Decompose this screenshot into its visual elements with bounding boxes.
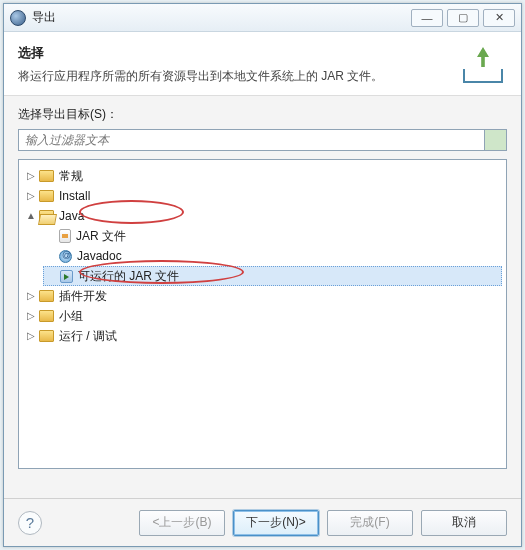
cancel-button[interactable]: 取消 (421, 510, 507, 536)
window-controls: — ▢ ✕ (411, 9, 517, 27)
tree-label: Javadoc (77, 249, 122, 263)
folder-icon (39, 290, 54, 302)
tree-item-install[interactable]: ▷ Install (23, 186, 502, 206)
eclipse-icon (10, 10, 26, 26)
tree-item-jar-file[interactable]: JAR 文件 (43, 226, 502, 246)
wizard-button-bar: ? <上一步(B) 下一步(N)> 完成(F) 取消 (4, 498, 521, 546)
minimize-button[interactable]: — (411, 9, 443, 27)
tree-label: Install (59, 189, 90, 203)
header-title: 选择 (18, 44, 459, 62)
tree-item-plugindev[interactable]: ▷ 插件开发 (23, 286, 502, 306)
chevron-right-icon: ▷ (25, 330, 37, 342)
wizard-header: 选择 将运行应用程序所需的所有资源导出到本地文件系统上的 JAR 文件。 (4, 32, 521, 96)
folder-open-icon (39, 210, 54, 222)
chevron-right-icon: ▷ (25, 190, 37, 202)
filter-row (18, 129, 507, 151)
javadoc-icon (59, 250, 72, 263)
filter-input[interactable] (18, 129, 485, 151)
folder-icon (39, 330, 54, 342)
export-tree[interactable]: ▷ 常规 ▷ Install ▲ Java (18, 159, 507, 469)
target-label: 选择导出目标(S)： (18, 106, 507, 123)
header-description: 将运行应用程序所需的所有资源导出到本地文件系统上的 JAR 文件。 (18, 68, 459, 85)
tree-item-rundebug[interactable]: ▷ 运行 / 调试 (23, 326, 502, 346)
window-title: 导出 (32, 9, 411, 26)
runnable-jar-icon (60, 270, 73, 283)
folder-icon (39, 170, 54, 182)
folder-icon (39, 310, 54, 322)
tree-item-team[interactable]: ▷ 小组 (23, 306, 502, 326)
tree-item-general[interactable]: ▷ 常规 (23, 166, 502, 186)
next-button[interactable]: 下一步(N)> (233, 510, 319, 536)
tree-label: Java (59, 209, 84, 223)
chevron-down-icon: ▲ (25, 210, 37, 222)
maximize-button[interactable]: ▢ (447, 9, 479, 27)
tree-label: 小组 (59, 308, 83, 325)
titlebar: 导出 — ▢ ✕ (4, 4, 521, 32)
wizard-body: 选择导出目标(S)： ▷ 常规 ▷ Install (4, 96, 521, 469)
jar-icon (59, 229, 71, 243)
tree-label: 插件开发 (59, 288, 107, 305)
chevron-right-icon: ▷ (25, 310, 37, 322)
tree-label: JAR 文件 (76, 228, 126, 245)
tree-label: 运行 / 调试 (59, 328, 117, 345)
export-icon (459, 45, 507, 85)
clear-filter-button[interactable] (485, 129, 507, 151)
close-button[interactable]: ✕ (483, 9, 515, 27)
tree-label: 可运行的 JAR 文件 (78, 268, 179, 285)
export-dialog: 导出 — ▢ ✕ 选择 将运行应用程序所需的所有资源导出到本地文件系统上的 JA… (3, 3, 522, 547)
help-button[interactable]: ? (18, 511, 42, 535)
tree-item-java[interactable]: ▲ Java (23, 206, 502, 226)
chevron-right-icon: ▷ (25, 170, 37, 182)
tree-item-runnable-jar[interactable]: 可运行的 JAR 文件 (43, 266, 502, 286)
chevron-right-icon: ▷ (25, 290, 37, 302)
tree-item-javadoc[interactable]: Javadoc (43, 246, 502, 266)
back-button[interactable]: <上一步(B) (139, 510, 225, 536)
folder-icon (39, 190, 54, 202)
finish-button[interactable]: 完成(F) (327, 510, 413, 536)
tree-label: 常规 (59, 168, 83, 185)
